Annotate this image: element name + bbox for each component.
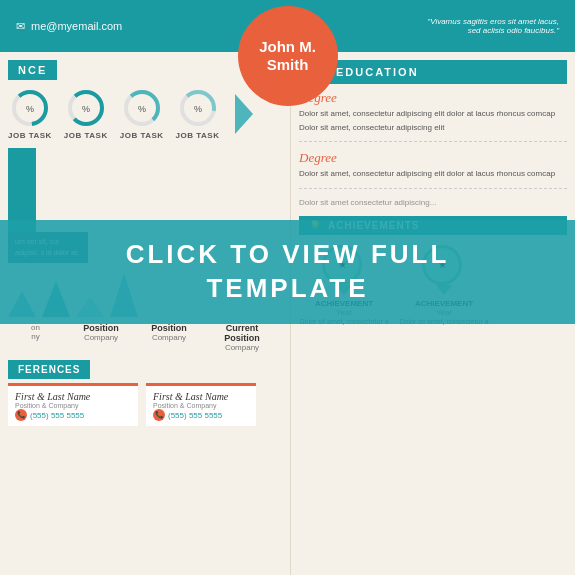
position-3: Current Position Company	[207, 323, 277, 352]
skill-item-4: % JOB TASK	[176, 88, 220, 140]
references-label: FERENCES	[18, 364, 80, 375]
references-banner: FERENCES	[8, 360, 90, 379]
overlay-line-1: CLICK TO VIEW FULL	[126, 238, 450, 272]
education-label: EDUCATION	[336, 66, 419, 78]
experience-banner: NCE	[8, 60, 57, 80]
skill-circle-1: %	[10, 88, 50, 128]
header: me@myemail.com John M. Smith "Vivamus sa…	[0, 0, 575, 52]
education-banner: 🎓 EDUCATION	[299, 60, 567, 84]
ref-1-phone: 📞 (555) 555 5555	[15, 409, 131, 421]
svg-text:%: %	[26, 104, 34, 114]
ref-1-role: Position & Company	[15, 402, 131, 409]
skills-row: % JOB TASK % JOB TASK % J	[8, 88, 282, 140]
references-row: First & Last Name Position & Company 📞 (…	[8, 383, 282, 426]
edu-divider-1	[299, 141, 567, 142]
ref-2-phone-number: (555) 555 5555	[168, 411, 222, 420]
ref-2-name: First & Last Name	[153, 391, 249, 402]
position-left: on ny	[8, 323, 63, 352]
email-text: me@myemail.com	[31, 20, 122, 32]
svg-text:%: %	[193, 104, 201, 114]
svg-text:%: %	[138, 104, 146, 114]
skill-item-1: % JOB TASK	[8, 88, 52, 140]
position-2-title: Position	[139, 323, 199, 333]
degree-1: Degree	[299, 90, 567, 106]
phone-icon-2: 📞	[153, 409, 165, 421]
education-item-1: Degree Dolor sit amet, consectetur adipi…	[299, 90, 567, 133]
svg-text:%: %	[82, 104, 90, 114]
experience-label: NCE	[18, 64, 47, 76]
skill-label-4: JOB TASK	[176, 131, 220, 140]
position-3-company: Company	[207, 343, 277, 352]
ref-card-1: First & Last Name Position & Company 📞 (…	[8, 383, 138, 426]
arrow-right-icon	[235, 94, 253, 134]
header-quote: "Vivamus sagittis eros sit amet lacus, s…	[419, 17, 559, 35]
overlay-text: CLICK TO VIEW FULL TEMPLATE	[126, 238, 450, 306]
skill-circle-2: %	[66, 88, 106, 128]
edu-partial-text: Dolor sit amet consectetur adipiscing...	[299, 197, 567, 208]
edu-divider-2	[299, 188, 567, 189]
position-left-company-pre: ny	[8, 332, 63, 341]
header-email: me@myemail.com	[16, 20, 122, 33]
position-2: Position Company	[139, 323, 199, 352]
position-row: on ny Position Company Position Company …	[8, 323, 282, 352]
person-name: John M. Smith	[238, 38, 338, 74]
phone-icon-1: 📞	[15, 409, 27, 421]
envelope-icon	[16, 20, 25, 33]
skill-circle-4: %	[178, 88, 218, 128]
skill-label-2: JOB TASK	[64, 131, 108, 140]
position-left-pre: on	[8, 323, 63, 332]
position-1-company: Company	[71, 333, 131, 342]
overlay-line-2: TEMPLATE	[126, 272, 450, 306]
skill-item-2: % JOB TASK	[64, 88, 108, 140]
position-1: Position Company	[71, 323, 131, 352]
ref-2-role: Position & Company	[153, 402, 249, 409]
position-2-company: Company	[139, 333, 199, 342]
skill-item-3: % JOB TASK	[120, 88, 164, 140]
position-1-title: Position	[71, 323, 131, 333]
skill-label-3: JOB TASK	[120, 131, 164, 140]
degree-2: Degree	[299, 150, 567, 166]
edu-2-text1: Dolor sit amet, consectetur adipiscing e…	[299, 168, 567, 179]
ref-card-2: First & Last Name Position & Company 📞 (…	[146, 383, 256, 426]
ref-2-phone: 📞 (555) 555 5555	[153, 409, 249, 421]
overlay-banner[interactable]: CLICK TO VIEW FULL TEMPLATE	[0, 220, 575, 324]
edu-1-text1: Dolor sit amet, consectetur adipiscing e…	[299, 108, 567, 119]
skill-circle-3: %	[122, 88, 162, 128]
name-circle: John M. Smith	[238, 6, 338, 106]
ref-1-name: First & Last Name	[15, 391, 131, 402]
skill-label-1: JOB TASK	[8, 131, 52, 140]
edu-1-text2: Dolor sit amet, consectetur adipiscing e…	[299, 122, 567, 133]
position-3-title: Current Position	[207, 323, 277, 343]
education-item-2: Degree Dolor sit amet, consectetur adipi…	[299, 150, 567, 179]
ref-1-phone-number: (555) 555 5555	[30, 411, 84, 420]
